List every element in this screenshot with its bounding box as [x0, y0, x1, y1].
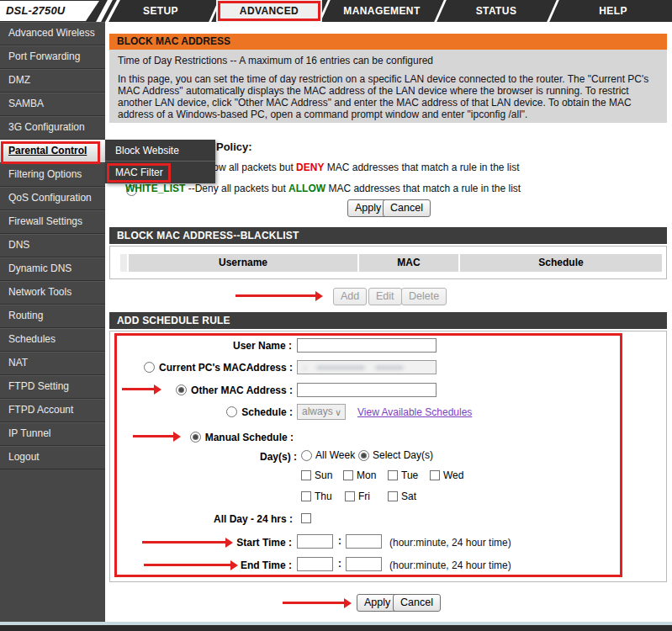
form-cancel-button[interactable]: Cancel: [393, 594, 441, 612]
annotation-arrow-manual-schedule: [133, 435, 173, 437]
parental-control-popup: Block Website MAC Filter: [105, 140, 215, 183]
description-line: Time of Day Restrictions -- A maximum of…: [118, 55, 659, 66]
sidebar-item-routing[interactable]: Routing: [0, 305, 105, 328]
current-mac-input[interactable]: [297, 360, 437, 374]
thu-checkbox[interactable]: [301, 491, 311, 501]
days-label: Day(s) :: [109, 451, 297, 463]
sun-checkbox[interactable]: [301, 470, 311, 480]
sidebar-item-qos-configuration[interactable]: QoS Configuration: [0, 187, 105, 210]
sidebar-item-ip-tunnel[interactable]: IP Tunnel: [0, 422, 105, 446]
annotation-arrow-other-mac: [122, 388, 154, 390]
form-apply-button[interactable]: Apply: [357, 594, 398, 612]
sidebar-item-advanced-wireless[interactable]: Advanced Wireless: [0, 22, 105, 45]
start-time-hint: (hour:minute, 24 hour time): [389, 537, 511, 549]
fri-checkbox[interactable]: [345, 491, 355, 501]
whitelist-policy-text: --Deny all packets but: [185, 183, 288, 194]
chevron-down-icon: ∨: [335, 406, 341, 420]
description-paragraph: In this page, you can set the time of da…: [118, 73, 659, 120]
thu-option: Thu: [301, 490, 332, 502]
blacklist-table-header: Username MAC Schedule: [120, 254, 662, 272]
table-header-username: Username: [129, 254, 357, 272]
end-hour-input[interactable]: [297, 557, 333, 571]
mon-option: Mon: [343, 469, 376, 481]
select-days-radio[interactable]: [358, 450, 369, 461]
footer-bar: [0, 625, 672, 631]
sidebar-item-dynamic-dns[interactable]: Dynamic DNS: [0, 257, 105, 281]
all-week-label: All Week: [315, 449, 355, 461]
popup-item-block-website[interactable]: Block Website: [105, 140, 215, 162]
user-name-input[interactable]: [297, 338, 437, 353]
add-button[interactable]: Add: [333, 288, 367, 305]
other-mac-label: Other MAC Address :: [191, 384, 293, 396]
annotation-arrow-add-button: [235, 294, 315, 297]
user-name-label: User Name :: [109, 340, 292, 352]
sidebar-item-dmz[interactable]: DMZ: [0, 69, 105, 93]
sidebar: Advanced Wireless Port Forwarding DMZ SA…: [0, 22, 105, 622]
page-description: Time of Day Restrictions -- A maximum of…: [109, 50, 667, 123]
schedule-label: Schedule :: [241, 406, 293, 418]
wed-checkbox[interactable]: [430, 470, 440, 480]
current-mac-row: Current PC's MACAddress :: [109, 361, 293, 374]
sidebar-item-parental-control[interactable]: Parental Control: [0, 140, 105, 163]
edit-button[interactable]: Edit: [368, 288, 402, 305]
annotation-arrow-start-time: [142, 541, 225, 544]
current-mac-radio[interactable]: [144, 362, 155, 373]
end-minute-input[interactable]: [346, 557, 382, 571]
policy-cancel-button[interactable]: Cancel: [383, 199, 431, 217]
sidebar-item-ftpd-account[interactable]: FTPD Account: [0, 399, 105, 422]
wed-option: Wed: [430, 469, 463, 481]
sidebar-item-samba[interactable]: SAMBA: [0, 93, 105, 116]
schedule-select[interactable]: always ∨: [297, 404, 346, 420]
manual-schedule-radio[interactable]: [190, 432, 201, 443]
time-separator: :: [338, 535, 341, 547]
tab-advanced[interactable]: ADVANCED: [216, 0, 322, 22]
schedule-radio[interactable]: [226, 406, 237, 417]
start-hour-input[interactable]: [297, 534, 333, 549]
select-days-label: Select Day(s): [373, 449, 433, 461]
all-day-label: All Day - 24 hrs :: [109, 513, 293, 525]
sidebar-item-ftpd-setting[interactable]: FTPD Setting: [0, 375, 105, 399]
mon-label: Mon: [357, 469, 376, 481]
other-mac-input[interactable]: [297, 383, 437, 397]
tab-status[interactable]: STATUS: [442, 0, 551, 22]
schedule-select-value: always: [302, 406, 333, 417]
tab-setup[interactable]: SETUP: [107, 0, 214, 22]
fri-label: Fri: [358, 490, 370, 502]
wed-label: Wed: [443, 469, 463, 481]
sun-option: Sun: [301, 469, 332, 481]
time-separator: :: [338, 558, 341, 570]
deny-keyword: DENY: [296, 162, 324, 173]
top-nav-bar: DSL-2750U SETUP ADVANCED MANAGEMENT STAT…: [0, 0, 672, 22]
all-day-checkbox[interactable]: [301, 513, 311, 523]
policy-heading: Policy:: [216, 141, 252, 153]
sidebar-item-filtering-options[interactable]: Filtering Options: [0, 163, 105, 187]
sidebar-item-firewall-settings[interactable]: Firewall Settings: [0, 210, 105, 234]
sidebar-item-3g-configuration[interactable]: 3G Configuration: [0, 116, 105, 140]
mon-checkbox[interactable]: [343, 470, 353, 480]
end-time-hint: (hour:minute, 24 hour time): [389, 559, 511, 571]
tue-label: Tue: [401, 469, 418, 481]
blacklist-table: Username MAC Schedule: [109, 246, 667, 279]
tab-management[interactable]: MANAGEMENT: [325, 0, 438, 22]
fri-option: Fri: [345, 490, 370, 502]
page-title: BLOCK MAC ADDRESS: [109, 34, 667, 50]
popup-item-mac-filter[interactable]: MAC Filter: [105, 162, 215, 183]
all-week-radio[interactable]: [301, 450, 312, 461]
tab-help[interactable]: HELP: [554, 0, 672, 22]
sidebar-item-port-forwarding[interactable]: Port Forwarding: [0, 45, 105, 69]
sidebar-item-nat[interactable]: NAT: [0, 352, 105, 375]
annotation-arrow-end-time: [144, 564, 230, 566]
sidebar-item-network-tools[interactable]: Network Tools: [0, 281, 105, 305]
sun-label: Sun: [315, 469, 332, 481]
other-mac-radio[interactable]: [176, 384, 187, 395]
sidebar-item-schedules[interactable]: Schedules: [0, 328, 105, 352]
sat-checkbox[interactable]: [388, 491, 398, 501]
current-mac-label: Current PC's MACAddress :: [159, 362, 293, 374]
start-minute-input[interactable]: [346, 534, 382, 549]
allow-keyword: ALLOW: [288, 183, 325, 194]
view-available-schedules-link[interactable]: View Available Schedules: [357, 406, 472, 418]
tue-checkbox[interactable]: [388, 470, 398, 480]
sidebar-item-dns[interactable]: DNS: [0, 234, 105, 257]
delete-button[interactable]: Delete: [401, 288, 447, 305]
sidebar-item-logout[interactable]: Logout: [0, 446, 105, 469]
